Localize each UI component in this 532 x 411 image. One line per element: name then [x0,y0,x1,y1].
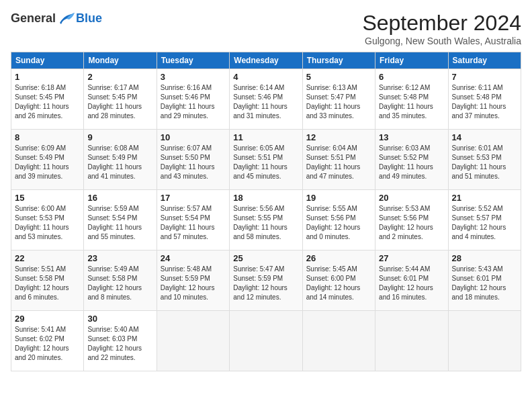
day-info: Sunrise: 6:04 AM Sunset: 5:51 PM Dayligh… [306,144,371,181]
location-text: Gulgong, New South Wales, Australia [362,36,521,46]
table-row: 25Sunrise: 5:47 AM Sunset: 5:59 PM Dayli… [230,250,302,311]
table-row: 3Sunrise: 6:16 AM Sunset: 5:46 PM Daylig… [157,69,229,130]
calendar-week-row: 29Sunrise: 5:41 AM Sunset: 6:02 PM Dayli… [11,311,521,371]
table-row: 24Sunrise: 5:48 AM Sunset: 5:59 PM Dayli… [157,250,229,311]
table-row: 4Sunrise: 6:14 AM Sunset: 5:46 PM Daylig… [230,69,302,130]
col-tuesday: Tuesday [157,52,229,69]
day-info: Sunrise: 5:53 AM Sunset: 5:56 PM Dayligh… [379,204,444,242]
table-row: 28Sunrise: 5:43 AM Sunset: 6:01 PM Dayli… [448,250,521,311]
day-info: Sunrise: 5:51 AM Sunset: 5:58 PM Dayligh… [15,265,80,302]
table-row: 17Sunrise: 5:57 AM Sunset: 5:54 PM Dayli… [157,190,229,250]
day-info: Sunrise: 6:08 AM Sunset: 5:49 PM Dayligh… [87,144,152,181]
day-info: Sunrise: 6:00 AM Sunset: 5:53 PM Dayligh… [15,204,80,242]
day-info: Sunrise: 6:01 AM Sunset: 5:53 PM Dayligh… [452,144,517,181]
table-row: 12Sunrise: 6:04 AM Sunset: 5:51 PM Dayli… [302,130,375,190]
logo-blue-text: Blue [76,11,102,26]
table-row: 10Sunrise: 6:07 AM Sunset: 5:50 PM Dayli… [157,130,229,190]
day-info: Sunrise: 5:43 AM Sunset: 6:01 PM Dayligh… [452,265,517,302]
day-info: Sunrise: 5:48 AM Sunset: 5:59 PM Dayligh… [161,265,226,302]
calendar-week-row: 1Sunrise: 6:18 AM Sunset: 5:45 PM Daylig… [11,69,521,130]
calendar-header-row: Sunday Monday Tuesday Wednesday Thursday… [11,52,521,69]
day-info: Sunrise: 5:45 AM Sunset: 6:00 PM Dayligh… [306,265,371,302]
table-row: 6Sunrise: 6:12 AM Sunset: 5:48 PM Daylig… [375,69,448,130]
day-info: Sunrise: 6:13 AM Sunset: 5:47 PM Dayligh… [306,83,371,121]
day-number: 26 [306,253,371,263]
table-row: 22Sunrise: 5:51 AM Sunset: 5:58 PM Dayli… [11,250,84,311]
table-row: 9Sunrise: 6:08 AM Sunset: 5:49 PM Daylig… [84,130,157,190]
table-row: 15Sunrise: 6:00 AM Sunset: 5:53 PM Dayli… [11,190,84,250]
day-info: Sunrise: 5:59 AM Sunset: 5:54 PM Dayligh… [87,204,152,242]
day-number: 1 [15,72,80,82]
page-header: General Blue September 2024 Gulgong, New… [11,11,521,46]
table-row: 8Sunrise: 6:09 AM Sunset: 5:49 PM Daylig… [11,130,84,190]
day-number: 27 [379,253,444,263]
day-info: Sunrise: 5:52 AM Sunset: 5:57 PM Dayligh… [452,204,517,242]
table-row: 23Sunrise: 5:49 AM Sunset: 5:58 PM Dayli… [84,250,157,311]
table-row: 5Sunrise: 6:13 AM Sunset: 5:47 PM Daylig… [302,69,375,130]
day-info: Sunrise: 6:05 AM Sunset: 5:51 PM Dayligh… [233,144,298,181]
day-number: 23 [87,253,152,263]
day-info: Sunrise: 6:14 AM Sunset: 5:46 PM Dayligh… [233,83,298,121]
col-friday: Friday [375,52,448,69]
table-row [157,311,229,371]
day-number: 16 [87,193,152,203]
day-info: Sunrise: 5:44 AM Sunset: 6:01 PM Dayligh… [379,265,444,302]
table-row [375,311,448,371]
month-title: September 2024 [362,11,521,36]
table-row [302,311,375,371]
day-number: 10 [161,132,226,142]
day-info: Sunrise: 6:17 AM Sunset: 5:45 PM Dayligh… [87,83,152,121]
calendar-week-row: 22Sunrise: 5:51 AM Sunset: 5:58 PM Dayli… [11,250,521,311]
col-sunday: Sunday [11,52,84,69]
table-row: 27Sunrise: 5:44 AM Sunset: 6:01 PM Dayli… [375,250,448,311]
day-info: Sunrise: 5:56 AM Sunset: 5:55 PM Dayligh… [233,204,298,242]
day-number: 25 [233,253,298,263]
day-number: 18 [233,193,298,203]
day-info: Sunrise: 6:11 AM Sunset: 5:48 PM Dayligh… [452,83,517,121]
table-row [448,311,521,371]
table-row: 20Sunrise: 5:53 AM Sunset: 5:56 PM Dayli… [375,190,448,250]
col-wednesday: Wednesday [230,52,302,69]
day-number: 22 [15,253,80,263]
day-number: 15 [15,193,80,203]
logo-bird-icon [57,11,76,26]
day-number: 21 [452,193,517,203]
table-row: 2Sunrise: 6:17 AM Sunset: 5:45 PM Daylig… [84,69,157,130]
day-number: 13 [379,132,444,142]
day-number: 5 [306,72,371,82]
day-number: 2 [87,72,152,82]
calendar-week-row: 15Sunrise: 6:00 AM Sunset: 5:53 PM Dayli… [11,190,521,250]
day-info: Sunrise: 6:18 AM Sunset: 5:45 PM Dayligh… [15,83,80,121]
day-number: 3 [161,72,226,82]
day-info: Sunrise: 5:57 AM Sunset: 5:54 PM Dayligh… [161,204,226,242]
day-number: 4 [233,72,298,82]
table-row: 11Sunrise: 6:05 AM Sunset: 5:51 PM Dayli… [230,130,302,190]
day-number: 29 [15,314,80,324]
day-info: Sunrise: 6:07 AM Sunset: 5:50 PM Dayligh… [161,144,226,181]
day-info: Sunrise: 5:40 AM Sunset: 6:03 PM Dayligh… [87,325,152,363]
table-row: 30Sunrise: 5:40 AM Sunset: 6:03 PM Dayli… [84,311,157,371]
day-number: 7 [452,72,517,82]
table-row: 19Sunrise: 5:55 AM Sunset: 5:56 PM Dayli… [302,190,375,250]
day-number: 28 [452,253,517,263]
day-number: 19 [306,193,371,203]
table-row: 16Sunrise: 5:59 AM Sunset: 5:54 PM Dayli… [84,190,157,250]
day-info: Sunrise: 6:12 AM Sunset: 5:48 PM Dayligh… [379,83,444,121]
day-number: 12 [306,132,371,142]
title-block: September 2024 Gulgong, New South Wales,… [362,11,521,46]
calendar-week-row: 8Sunrise: 6:09 AM Sunset: 5:49 PM Daylig… [11,130,521,190]
day-info: Sunrise: 5:47 AM Sunset: 5:59 PM Dayligh… [233,265,298,302]
table-row: 1Sunrise: 6:18 AM Sunset: 5:45 PM Daylig… [11,69,84,130]
calendar-table: Sunday Monday Tuesday Wednesday Thursday… [11,52,521,371]
day-number: 11 [233,132,298,142]
day-number: 14 [452,132,517,142]
col-saturday: Saturday [448,52,521,69]
table-row: 14Sunrise: 6:01 AM Sunset: 5:53 PM Dayli… [448,130,521,190]
day-number: 6 [379,72,444,82]
day-info: Sunrise: 6:16 AM Sunset: 5:46 PM Dayligh… [161,83,226,121]
table-row: 18Sunrise: 5:56 AM Sunset: 5:55 PM Dayli… [230,190,302,250]
table-row: 7Sunrise: 6:11 AM Sunset: 5:48 PM Daylig… [448,69,521,130]
day-number: 9 [87,132,152,142]
logo-general-text: General [11,11,56,26]
day-info: Sunrise: 5:49 AM Sunset: 5:58 PM Dayligh… [87,265,152,302]
